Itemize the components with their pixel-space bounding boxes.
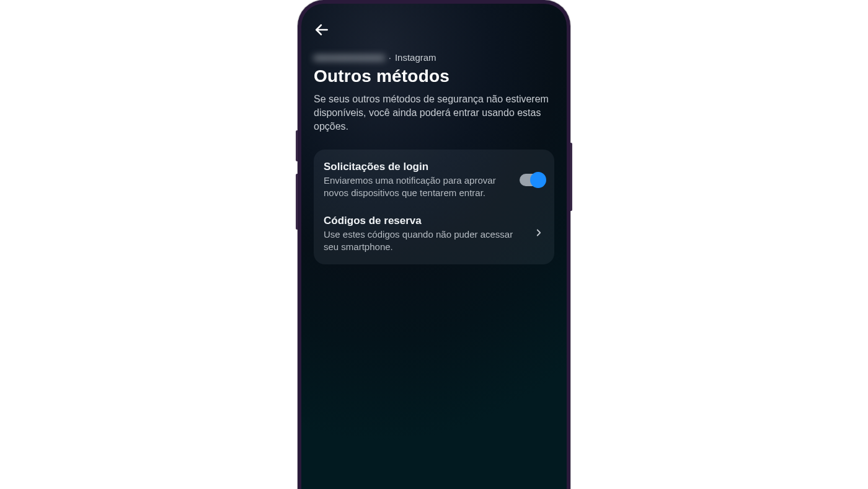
platform-label: Instagram bbox=[395, 52, 436, 63]
options-card: Solicitações de login Enviaremos uma not… bbox=[314, 150, 554, 264]
option-description: Use estes códigos quando não puder acess… bbox=[324, 228, 525, 254]
phone-volume-button bbox=[296, 130, 298, 161]
page-title: Outros métodos bbox=[314, 66, 554, 86]
phone-volume-button bbox=[296, 174, 298, 230]
option-backup-codes[interactable]: Códigos de reserva Use estes códigos qua… bbox=[324, 215, 544, 254]
option-description: Enviaremos uma notificação para aprovar … bbox=[324, 174, 511, 200]
breadcrumb-separator: · bbox=[389, 52, 391, 63]
page-subtitle: Se seus outros métodos de segurança não … bbox=[314, 92, 554, 133]
phone-frame: ■■■■■■■■■■■■ · Instagram Outros métodos … bbox=[298, 0, 570, 489]
option-title: Solicitações de login bbox=[324, 161, 511, 173]
phone-power-button bbox=[570, 143, 572, 211]
chevron-right-icon bbox=[533, 227, 544, 241]
login-requests-toggle[interactable] bbox=[520, 174, 544, 186]
account-name-blurred: ■■■■■■■■■■■■ bbox=[314, 52, 385, 63]
toggle-knob bbox=[530, 172, 546, 188]
screen: ■■■■■■■■■■■■ · Instagram Outros métodos … bbox=[301, 4, 567, 489]
option-login-requests[interactable]: Solicitações de login Enviaremos uma not… bbox=[324, 161, 544, 200]
account-breadcrumb: ■■■■■■■■■■■■ · Instagram bbox=[314, 52, 554, 63]
back-icon[interactable] bbox=[314, 22, 330, 40]
option-title: Códigos de reserva bbox=[324, 215, 525, 227]
